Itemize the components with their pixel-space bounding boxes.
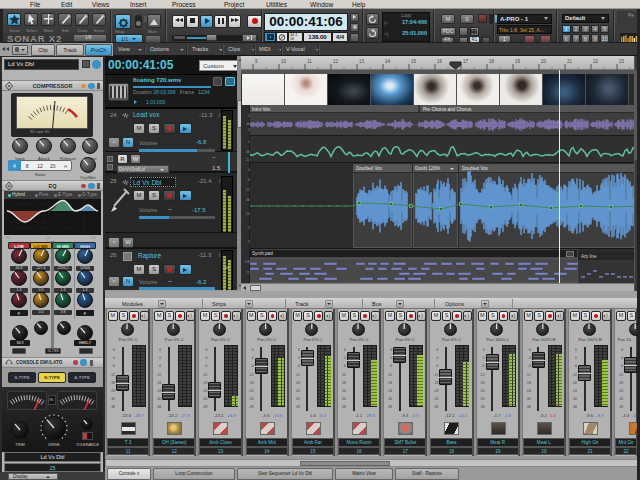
svg-text:19: 19 bbox=[515, 59, 521, 64]
svg-text:15: 15 bbox=[411, 59, 417, 64]
svg-text:9: 9 bbox=[255, 59, 258, 64]
svg-text:22: 22 bbox=[593, 59, 599, 64]
svg-text:21: 21 bbox=[567, 59, 573, 64]
svg-text:18: 18 bbox=[489, 59, 495, 64]
svg-text:12: 12 bbox=[333, 59, 339, 64]
svg-text:20: 20 bbox=[541, 59, 547, 64]
svg-text:17: 17 bbox=[463, 59, 469, 64]
svg-text:13: 13 bbox=[359, 59, 365, 64]
svg-text:10: 10 bbox=[281, 59, 287, 64]
svg-text:14: 14 bbox=[385, 59, 391, 64]
svg-text:23: 23 bbox=[619, 59, 625, 64]
svg-text:11: 11 bbox=[307, 59, 312, 64]
svg-text:16: 16 bbox=[437, 59, 443, 64]
